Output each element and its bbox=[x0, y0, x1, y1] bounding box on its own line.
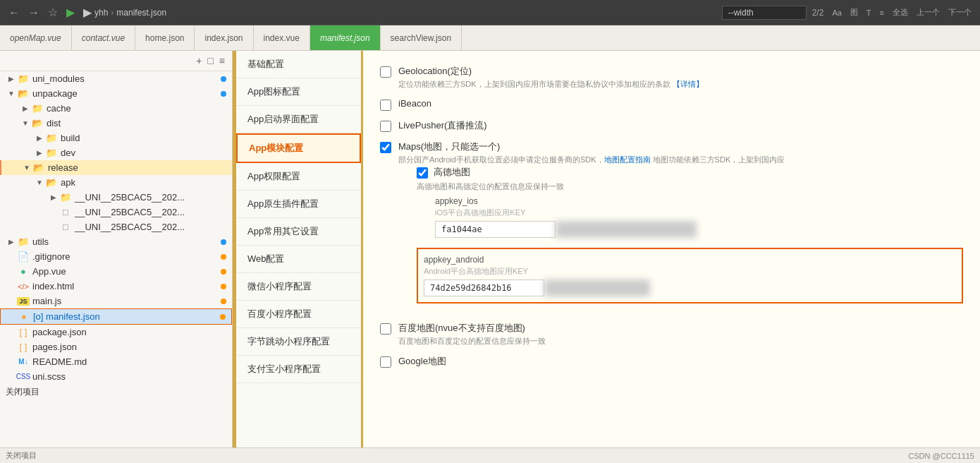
breadcrumb-item1[interactable]: yhh bbox=[94, 8, 108, 18]
settings-nav-plugin-label: App原生插件配置 bbox=[247, 198, 319, 209]
settings-nav-plugin[interactable]: App原生插件配置 bbox=[236, 191, 361, 218]
status-dot bbox=[221, 76, 226, 82]
settings-nav-basic-label: 基础配置 bbox=[247, 59, 284, 69]
bottom-left[interactable]: 关闭项目 bbox=[6, 450, 37, 461]
bookmark-button[interactable]: ☆ bbox=[45, 4, 61, 20]
sidebar-item-more[interactable]: 关闭项目 bbox=[0, 384, 232, 400]
settings-nav-other[interactable]: App常用其它设置 bbox=[236, 218, 361, 246]
sidebar-item-release[interactable]: ▼ 📂 release bbox=[0, 160, 232, 175]
label: dev bbox=[61, 148, 226, 158]
sidebar-item-gitignore[interactable]: ▶ 📄 .gitignore bbox=[0, 249, 232, 264]
googlemap-checkbox[interactable] bbox=[380, 356, 391, 368]
label: __UNI__25BCAC5__202... bbox=[75, 222, 226, 232]
tab-home[interactable]: home.json bbox=[135, 25, 195, 50]
status-dot bbox=[221, 299, 226, 304]
status-dot bbox=[220, 314, 226, 320]
baidumap-checkbox[interactable] bbox=[380, 323, 391, 335]
settings-nav-other-label: App常用其它设置 bbox=[247, 226, 319, 236]
sidebar-item-uni-modules[interactable]: ▶ 📁 uni_modules bbox=[0, 71, 232, 86]
status-dot bbox=[221, 239, 226, 245]
sidebar-item-uni2[interactable]: ▶ □ __UNI__25BCAC5__202... bbox=[0, 205, 232, 220]
geolocation-checkbox[interactable] bbox=[380, 66, 391, 78]
label: uni_modules bbox=[32, 73, 221, 84]
geolocation-desc: 定位功能依赖三方SDK，上架到国内应用市场需要在隐私协议中添加相应的条款 【详情… bbox=[398, 79, 704, 90]
appkey-android-input[interactable] bbox=[424, 279, 544, 296]
appkey-android-label: appkey_android bbox=[424, 255, 956, 265]
settings-nav-bytedance[interactable]: 字节跳动小程序配置 bbox=[236, 328, 361, 356]
label: package.json bbox=[32, 327, 226, 337]
case-sensitive-button[interactable]: Aa bbox=[829, 6, 844, 18]
settings-nav-wechat[interactable]: 微信小程序配置 bbox=[236, 273, 361, 301]
settings-nav-splash[interactable]: App启动界面配置 bbox=[236, 106, 361, 133]
next-button[interactable]: 下一个 bbox=[945, 6, 974, 18]
geolocation-link[interactable]: 【详情】 bbox=[673, 80, 704, 88]
regex-button[interactable]: 图 bbox=[847, 6, 861, 18]
list-button[interactable]: ≡ bbox=[877, 6, 887, 18]
sidebar-item-apk[interactable]: ▼ 📂 apk bbox=[0, 175, 232, 190]
setting-livepusher: LivePusher(直播推流) bbox=[380, 119, 963, 132]
settings-nav-basic[interactable]: 基础配置 bbox=[236, 51, 361, 78]
settings-nav-icon[interactable]: App图标配置 bbox=[236, 78, 361, 106]
sidebar-item-unicss[interactable]: ▶ CSS uni.scss bbox=[0, 369, 232, 384]
forward-button[interactable]: → bbox=[25, 5, 42, 20]
settings-nav-alipay[interactable]: 支付宝小程序配置 bbox=[236, 356, 361, 383]
settings-nav-module[interactable]: App模块配置 bbox=[236, 133, 361, 163]
breadcrumb-item2[interactable]: manifest.json bbox=[116, 8, 166, 18]
gaode-checkbox-row: 高德地图 bbox=[417, 166, 963, 179]
label: App.vue bbox=[32, 266, 221, 277]
settings-nav: 基础配置 App图标配置 App启动界面配置 App模块配置 App权限配置 A… bbox=[236, 51, 363, 463]
nav-buttons: ← → ☆ ▶ bbox=[6, 4, 78, 20]
file-js-icon: JS bbox=[17, 297, 30, 306]
tab-searchview[interactable]: searchView.json bbox=[381, 25, 463, 50]
sidebar-item-dist[interactable]: ▼ 📂 dist bbox=[0, 116, 232, 131]
livepusher-content: LivePusher(直播推流) bbox=[398, 119, 487, 132]
sidebar-item-unpackage[interactable]: ▼ 📂 unpackage bbox=[0, 86, 232, 101]
sidebar-item-uni3[interactable]: ▶ □ __UNI__25BCAC5__202... bbox=[0, 220, 232, 234]
sidebar-item-indexhtml[interactable]: ▶ </> index.html bbox=[0, 279, 232, 294]
search-actions: Aa 图 T ≡ 全选 上一个 下一个 bbox=[829, 6, 974, 18]
folder-icon: 📁 bbox=[59, 192, 72, 203]
settings-nav-module-label: App模块配置 bbox=[249, 143, 303, 153]
gaode-checkbox[interactable] bbox=[417, 167, 428, 179]
sidebar-item-appvue[interactable]: ▶ ● App.vue bbox=[0, 264, 232, 279]
appkey-ios-input[interactable] bbox=[435, 221, 556, 238]
tab-index-vue[interactable]: index.vue bbox=[254, 25, 310, 50]
tab-contact[interactable]: contact.vue bbox=[72, 25, 135, 50]
word-button[interactable]: T bbox=[864, 6, 874, 18]
settings-nav-web[interactable]: Web配置 bbox=[236, 246, 361, 273]
sidebar-item-utils[interactable]: ▶ 📁 utils bbox=[0, 234, 232, 249]
tab-index-json[interactable]: index.json bbox=[195, 25, 253, 50]
search-input[interactable] bbox=[722, 6, 807, 20]
gaode-label: 高德地图 bbox=[434, 166, 470, 179]
run-button[interactable]: ▶ bbox=[63, 4, 78, 20]
livepusher-checkbox[interactable] bbox=[380, 121, 391, 132]
select-all-button[interactable]: 全选 bbox=[890, 6, 911, 18]
ibeacon-checkbox[interactable] bbox=[380, 100, 391, 111]
folder-open-icon: 📂 bbox=[17, 88, 30, 99]
prev-button[interactable]: 上一个 bbox=[914, 6, 943, 18]
tab-manifest[interactable]: manifest.json bbox=[310, 25, 381, 50]
add-button[interactable]: + bbox=[195, 54, 203, 68]
sidebar-item-build[interactable]: ▶ 📁 build bbox=[0, 131, 232, 145]
sidebar-item-uni1[interactable]: ▶ 📁 __UNI__25BCAC5__202... bbox=[0, 190, 232, 205]
maps-link[interactable]: 地图配置指南 bbox=[604, 155, 651, 164]
collapse-button[interactable]: □ bbox=[206, 54, 214, 68]
settings-nav-permission[interactable]: App权限配置 bbox=[236, 163, 361, 191]
sidebar-item-readmemd[interactable]: ▶ M↓ README.md bbox=[0, 354, 232, 369]
menu-button[interactable]: ≡ bbox=[218, 54, 226, 68]
sidebar-item-cache[interactable]: ▶ 📁 cache bbox=[0, 101, 232, 116]
settings-nav-baidu[interactable]: 百度小程序配置 bbox=[236, 301, 361, 328]
folder-icon: 📁 bbox=[45, 133, 58, 143]
back-button[interactable]: ← bbox=[6, 5, 23, 20]
settings-nav-web-label: Web配置 bbox=[247, 253, 285, 264]
sidebar-item-pagesjson[interactable]: ▶ [ ] pages.json bbox=[0, 339, 232, 354]
maps-checkbox[interactable] bbox=[380, 142, 391, 153]
label: __UNI__25BCAC5__202... bbox=[75, 207, 226, 217]
tab-openmap[interactable]: openMap.vue bbox=[0, 25, 72, 50]
sidebar-item-manifestjson[interactable]: ▶ ● [o] manifest.json bbox=[0, 308, 232, 325]
search-count: 2/2 bbox=[812, 8, 824, 18]
sidebar-item-dev[interactable]: ▶ 📁 dev bbox=[0, 145, 232, 160]
sidebar-item-mainjs[interactable]: ▶ JS main.js bbox=[0, 294, 232, 308]
gaode-desc: 高德地图和高德定位的配置信息应保持一致 bbox=[417, 181, 963, 192]
sidebar-item-packagejson[interactable]: ▶ [ ] package.json bbox=[0, 325, 232, 339]
